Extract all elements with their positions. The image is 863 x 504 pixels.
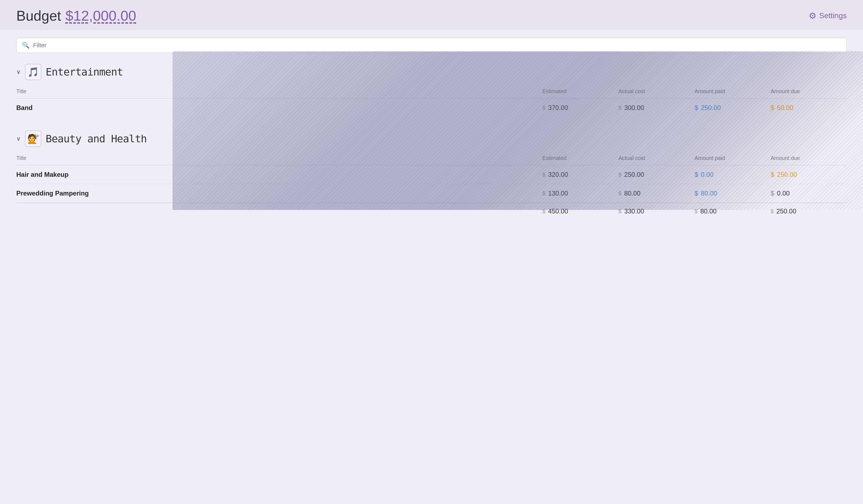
table-row: Hair and Makeup $ 320.00 $ 250.00 $ 0.00… [16,165,847,184]
entertainment-icon-wrapper: 🎵 [25,64,41,80]
col-header-title-ent: Title [16,88,542,94]
dollar-icon-13: $ [618,208,622,215]
row-title-hair: Hair and Makeup [16,171,542,178]
music-icon: 🎵 [27,66,39,77]
budget-title-container: Budget $12,000.00 [16,8,136,24]
col-header-estimated-bh: Estimated [542,155,618,161]
row-title-pampering: Prewedding Pampering [16,190,542,197]
dollar-icon-3: $ [695,104,698,112]
dollar-icon-10: $ [618,190,622,197]
total-estimated-bh: $ 450.00 [542,207,618,215]
col-header-actual-bh: Actual cost [618,155,695,161]
row-actual-pampering: $ 80.00 [618,190,695,197]
beauty-table-header: Title Estimated Actual cost Amount paid … [16,152,847,165]
settings-button[interactable]: ⚙ Settings [809,11,847,21]
col-header-actual-ent: Actual cost [618,88,695,94]
estimated-value-hair: 320.00 [548,171,568,178]
row-due-pampering: $ 0.00 [771,190,847,197]
col-header-due-ent: Amount due [771,88,847,94]
row-actual-hair: $ 250.00 [618,171,695,178]
main-content: 🔍 ∨ 🎵 Entertainment Title Estimated Actu… [0,30,863,241]
total-actual-value-bh: 330.00 [624,207,644,215]
row-due-band: $ 50.00 [771,104,847,112]
dollar-icon-9: $ [542,190,545,197]
dollar-icon-15: $ [771,208,774,215]
settings-label: Settings [819,11,847,20]
actual-value-hair: 250.00 [624,171,644,178]
beauty-icon-wrapper: 💇 [25,131,41,147]
col-header-paid-ent: Amount paid [695,88,771,94]
category-header-beauty: ∨ 💇 Beauty and Health [16,131,847,147]
col-header-due-bh: Amount due [771,155,847,161]
entertainment-table: Title Estimated Actual cost Amount paid … [16,86,847,117]
paid-value-hair: 0.00 [701,171,714,178]
beauty-table: Title Estimated Actual cost Amount paid … [16,152,847,219]
estimated-value-pampering: 130.00 [548,190,568,197]
dollar-icon-1: $ [542,105,545,111]
row-estimated-pampering: $ 130.00 [542,190,618,197]
category-entertainment: ∨ 🎵 Entertainment Title Estimated Actual… [16,64,847,117]
search-icon: 🔍 [22,42,29,49]
search-bar: 🔍 [16,38,847,53]
actual-value-band: 300.00 [624,104,644,112]
col-header-title-bh: Title [16,155,542,161]
due-value-band: 50.00 [777,104,793,112]
col-header-paid-bh: Amount paid [695,155,771,161]
dollar-icon-6: $ [618,172,622,178]
actual-value-pampering: 80.00 [624,190,640,197]
total-due-value-bh: 250.00 [776,207,796,215]
totals-label [16,207,542,215]
budget-amount[interactable]: $12,000.00 [65,8,136,24]
search-input[interactable] [33,42,841,49]
beauty-totals-row: $ 450.00 $ 330.00 $ 80.00 $ 250.00 [16,203,847,219]
row-paid-pampering: $ 80.00 [695,190,771,197]
total-actual-bh: $ 330.00 [618,207,695,215]
beauty-name: Beauty and Health [46,133,147,145]
entertainment-name: Entertainment [46,66,123,78]
total-paid-value-bh: 80.00 [700,207,716,215]
paid-value-band: 250.00 [701,104,721,112]
paid-value-pampering: 80.00 [701,190,717,197]
category-beauty-health: ∨ 💇 Beauty and Health Title Estimated Ac… [16,131,847,219]
chevron-entertainment[interactable]: ∨ [16,68,21,76]
dollar-icon-8: $ [771,171,774,178]
category-header-entertainment: ∨ 🎵 Entertainment [16,64,847,80]
chevron-beauty[interactable]: ∨ [16,135,21,142]
entertainment-table-header: Title Estimated Actual cost Amount paid … [16,86,847,99]
estimated-value-band: 370.00 [548,104,568,112]
total-estimated-value-bh: 450.00 [548,207,568,215]
row-actual-band: $ 300.00 [618,104,695,112]
dollar-icon-11: $ [695,190,698,197]
gear-icon: ⚙ [809,11,816,21]
total-paid-bh: $ 80.00 [695,207,771,215]
dollar-icon-4: $ [771,104,774,112]
hairdryer-icon: 💇 [27,133,39,144]
dollar-icon-12: $ [542,208,545,215]
row-estimated-hair: $ 320.00 [542,171,618,178]
due-value-pampering: $ [771,190,774,197]
table-row: Band $ 370.00 $ 300.00 $ 250.00 $ 50.00 [16,99,847,117]
header: Budget $12,000.00 ⚙ Settings [0,0,863,30]
row-due-hair: $ 250.00 [771,171,847,178]
row-paid-band: $ 250.00 [695,104,771,112]
dollar-icon-2: $ [618,105,622,111]
row-paid-hair: $ 0.00 [695,171,771,178]
col-header-estimated-ent: Estimated [542,88,618,94]
dollar-icon-5: $ [542,172,545,178]
dollar-icon-7: $ [695,171,698,178]
dollar-icon-14: $ [695,208,698,215]
due-value-hair: 250.00 [777,171,797,178]
total-due-bh: $ 250.00 [771,207,847,215]
budget-label: Budget [16,8,61,24]
table-row: Prewedding Pampering $ 130.00 $ 80.00 $ … [16,184,847,203]
row-title-band: Band [16,104,542,112]
due-value-pampering-num: 0.00 [777,190,790,197]
row-estimated-band: $ 370.00 [542,104,618,112]
